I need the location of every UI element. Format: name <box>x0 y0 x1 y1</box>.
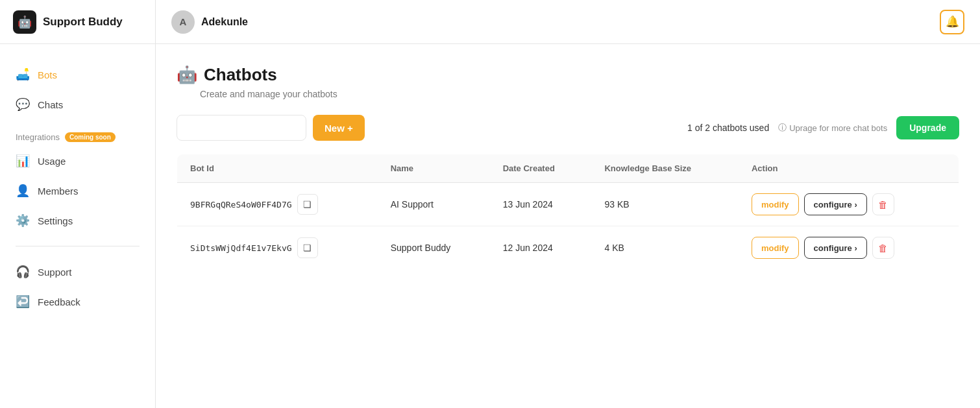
feedback-icon: ↩️ <box>16 294 30 309</box>
sidebar-item-members[interactable]: 👤 Members <box>0 176 155 206</box>
table-header: Bot Id Name Date Created Knowledge Base … <box>177 154 959 183</box>
upgrade-hint-text: Uprage for more chat bots <box>789 123 887 133</box>
table-body: 9BFRGqQReS4oW0FF4D7G ❏ AI Support 13 Jun… <box>177 183 959 270</box>
sidebar-item-label: Usage <box>38 156 66 167</box>
sidebar: 🤖 Support Buddy 🛋️ Bots 💬 Chats Integrat… <box>0 0 156 408</box>
app-title: Support Buddy <box>43 16 123 29</box>
chatbots-used-text: 1 of 2 chatbots used <box>687 123 769 133</box>
page-emoji: 🤖 <box>177 65 197 85</box>
delete-button-1[interactable]: 🗑 <box>872 237 894 259</box>
configure-button-1[interactable]: configure › <box>804 237 867 259</box>
page-header: 🤖 Chatbots Create and manage your chatbo… <box>177 65 959 99</box>
action-cell-1: modify configure › 🗑 <box>739 226 959 270</box>
integrations-section: Integrations Coming soon <box>0 119 155 146</box>
bot-name-cell-1: Support Buddy <box>378 226 490 270</box>
date-created-cell-1: 12 Jun 2024 <box>490 226 592 270</box>
coming-soon-badge: Coming soon <box>65 132 116 142</box>
modify-button-0[interactable]: modify <box>752 193 799 215</box>
sidebar-nav: 🛋️ Bots 💬 Chats Integrations Coming soon… <box>0 44 155 408</box>
table-row: 9BFRGqQReS4oW0FF4D7G ❏ AI Support 13 Jun… <box>177 183 959 226</box>
page-subtitle: Create and manage your chatbots <box>200 89 959 99</box>
sidebar-bottom: 🎧 Support ↩️ Feedback <box>0 257 155 332</box>
usage-icon: 📊 <box>16 154 30 168</box>
search-input[interactable] <box>177 115 306 141</box>
new-bot-button[interactable]: New + <box>313 115 365 141</box>
page-title: Chatbots <box>204 65 277 85</box>
configure-button-0[interactable]: configure › <box>804 193 867 215</box>
notification-bell-button[interactable]: 🔔 <box>940 10 964 34</box>
page-title-row: 🤖 Chatbots <box>177 65 959 85</box>
toolbar: New + 1 of 2 chatbots used ⓘ Uprage for … <box>177 115 959 141</box>
toolbar-left: New + <box>177 115 365 141</box>
topbar-user: A Adekunle <box>171 10 248 34</box>
content-area: 🤖 Chatbots Create and manage your chatbo… <box>156 44 980 408</box>
bot-id-cell-0: 9BFRGqQReS4oW0FF4D7G ❏ <box>177 183 378 226</box>
bot-id-cell-1: SiDtsWWjQdf4E1v7EkvG ❏ <box>177 226 378 270</box>
members-icon: 👤 <box>16 184 30 198</box>
bot-id-text: 9BFRGqQReS4oW0FF4D7G <box>190 200 292 210</box>
support-icon: 🎧 <box>16 265 30 279</box>
integrations-label: Integrations <box>16 132 60 142</box>
sidebar-item-label: Members <box>38 186 79 197</box>
topbar: A Adekunle 🔔 <box>156 0 980 44</box>
settings-icon: ⚙️ <box>16 213 30 228</box>
sidebar-item-settings[interactable]: ⚙️ Settings <box>0 206 155 235</box>
sidebar-divider <box>16 246 140 246</box>
sidebar-item-label: Bots <box>38 69 57 80</box>
copy-bot-id-button[interactable]: ❏ <box>297 237 318 258</box>
sidebar-item-bots[interactable]: 🛋️ Bots <box>0 60 155 90</box>
info-icon: ⓘ <box>778 122 787 134</box>
sidebar-item-chats[interactable]: 💬 Chats <box>0 90 155 119</box>
bots-icon: 🛋️ <box>16 67 30 82</box>
date-created-cell-0: 13 Jun 2024 <box>490 183 592 226</box>
col-action: Action <box>739 154 959 183</box>
sidebar-item-usage[interactable]: 📊 Usage <box>0 146 155 176</box>
table-row: SiDtsWWjQdf4E1v7EkvG ❏ Support Buddy 12 … <box>177 226 959 270</box>
col-knowledge-base: Knowledge Base Size <box>591 154 739 183</box>
modify-button-1[interactable]: modify <box>752 237 799 259</box>
upgrade-button[interactable]: Upgrade <box>896 116 959 139</box>
sidebar-logo: 🤖 Support Buddy <box>0 0 155 44</box>
bots-table: Bot Id Name Date Created Knowledge Base … <box>177 154 959 270</box>
chats-icon: 💬 <box>16 97 30 112</box>
logo-icon: 🤖 <box>13 10 36 34</box>
sidebar-item-support[interactable]: 🎧 Support <box>0 257 155 287</box>
knowledge-base-cell-0: 93 KB <box>591 183 739 226</box>
col-name: Name <box>378 154 490 183</box>
sidebar-item-label: Feedback <box>38 296 80 307</box>
action-cell-0: modify configure › 🗑 <box>739 183 959 226</box>
sidebar-item-feedback[interactable]: ↩️ Feedback <box>0 287 155 317</box>
delete-button-0[interactable]: 🗑 <box>872 193 894 215</box>
bot-id-text: SiDtsWWjQdf4E1v7EkvG <box>190 243 292 253</box>
col-date-created: Date Created <box>490 154 592 183</box>
upgrade-hint: ⓘ Uprage for more chat bots <box>778 122 887 134</box>
sidebar-item-label: Chats <box>38 99 63 110</box>
sidebar-item-label: Support <box>38 267 72 278</box>
main-content: A Adekunle 🔔 🤖 Chatbots Create and manag… <box>156 0 980 408</box>
avatar: A <box>171 10 195 34</box>
toolbar-right: 1 of 2 chatbots used ⓘ Uprage for more c… <box>687 116 959 139</box>
sidebar-item-label: Settings <box>38 215 73 226</box>
copy-bot-id-button[interactable]: ❏ <box>297 194 318 215</box>
username: Adekunle <box>201 16 248 28</box>
knowledge-base-cell-1: 4 KB <box>591 226 739 270</box>
col-bot-id: Bot Id <box>177 154 378 183</box>
bot-name-cell-0: AI Support <box>378 183 490 226</box>
